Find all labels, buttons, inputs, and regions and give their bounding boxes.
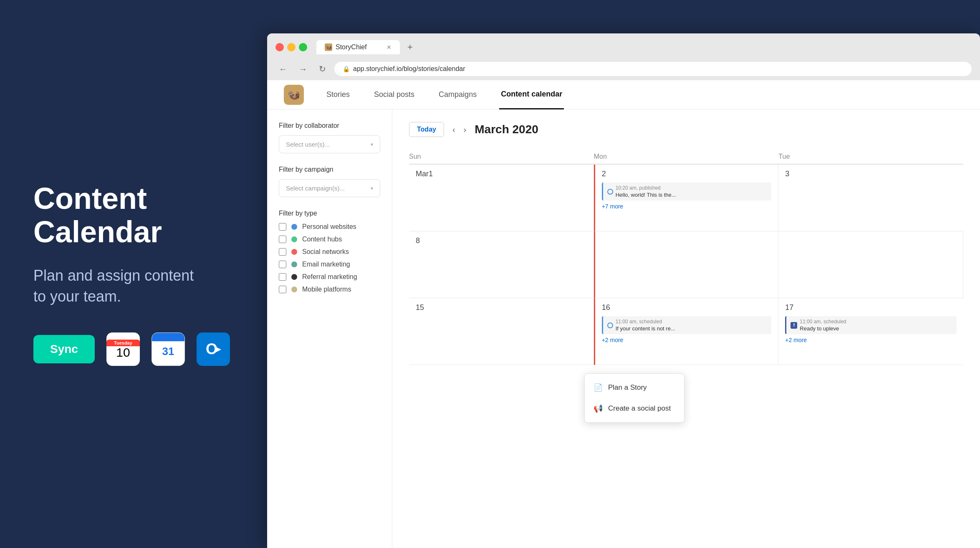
- event-content: 10:20 am, published Hello, world! This i…: [616, 185, 676, 198]
- app-logo: 🦦: [284, 85, 304, 105]
- url-text: app.storychief.io/blog/stories/calendar: [353, 65, 465, 73]
- mobile-platforms-checkbox[interactable]: [279, 286, 286, 293]
- google-day-num: 31: [162, 345, 174, 358]
- cal-cell-mar3[interactable]: 3: [778, 165, 963, 231]
- social-networks-label: Social networks: [302, 248, 349, 256]
- personal-websites-checkbox[interactable]: [279, 223, 286, 231]
- close-button[interactable]: [275, 43, 284, 51]
- outlook-icon[interactable]: O ▶: [197, 332, 230, 366]
- cal-cell-9[interactable]: [594, 231, 779, 298]
- email-marketing-checkbox[interactable]: [279, 261, 286, 268]
- nav-content-calendar[interactable]: Content calendar: [499, 80, 564, 109]
- main-area: Filter by collaborator Select user(s)...…: [267, 109, 980, 548]
- page-subtitle: Plan and assign contentto your team.: [33, 265, 234, 307]
- filter-type-list: Personal websites Content hubs Social ne…: [279, 223, 380, 293]
- browser-panel: 🦦 StoryChief ✕ + ← → ↻ 🔒 app.storychief.…: [267, 33, 980, 548]
- google-calendar-icon[interactable]: 31: [152, 332, 185, 366]
- filter-collaborator-select[interactable]: Select user(s)... ▾: [279, 135, 380, 153]
- forward-button[interactable]: →: [296, 63, 311, 76]
- today-button[interactable]: Today: [409, 122, 444, 137]
- left-panel: Content Calendar Plan and assign content…: [0, 0, 267, 548]
- email-marketing-label: Email marketing: [302, 261, 350, 268]
- filter-content-hubs[interactable]: Content hubs: [279, 236, 380, 243]
- cal-cell-8[interactable]: 8: [409, 231, 594, 298]
- browser-top-bar: 🦦 StoryChief ✕ +: [275, 40, 972, 54]
- event-content: 11:00 am, scheduled If your content is n…: [616, 319, 675, 332]
- event-text: Ready to upleve: [800, 325, 839, 332]
- filter-campaign-placeholder: Select campaign(s)...: [286, 185, 345, 192]
- address-bar-row: ← → ↻ 🔒 app.storychief.io/blog/stories/c…: [275, 58, 972, 80]
- tab-bar: 🦦 StoryChief ✕ +: [316, 40, 972, 54]
- personal-websites-label: Personal websites: [302, 223, 356, 231]
- more-link[interactable]: +7 more: [602, 203, 772, 210]
- cell-date: 16: [602, 303, 772, 312]
- action-dropdown: 📄 Plan a Story 📢 Create a social post: [584, 373, 684, 423]
- more-link-3[interactable]: +2 more: [785, 337, 957, 343]
- nav-stories[interactable]: Stories: [325, 80, 351, 109]
- cal-cell-mar2[interactable]: 2 10:20 am, published Hello, world! This…: [594, 165, 779, 231]
- event-item-fb[interactable]: f 11:00 am, scheduled Ready to upleve: [785, 316, 957, 334]
- day-headers: Sun Mon Tue: [409, 150, 963, 165]
- apple-day-num: 10: [116, 346, 130, 359]
- tab-close-icon[interactable]: ✕: [386, 44, 391, 51]
- megaphone-icon: 📢: [593, 404, 603, 413]
- event-dot-icon: [607, 189, 613, 195]
- refresh-button[interactable]: ↻: [316, 62, 329, 76]
- address-bar[interactable]: 🔒 app.storychief.io/blog/stories/calenda…: [334, 62, 972, 76]
- new-tab-button[interactable]: +: [403, 40, 417, 54]
- cal-cell-10[interactable]: [778, 231, 963, 298]
- create-social-post-item[interactable]: 📢 Create a social post: [585, 398, 684, 419]
- plan-story-item[interactable]: 📄 Plan a Story: [585, 377, 684, 398]
- calendar-row-1: Mar1 2 10:20 am, published Hello, world!…: [409, 165, 963, 231]
- filter-email-marketing[interactable]: Email marketing: [279, 261, 380, 268]
- cell-date: 2: [602, 170, 772, 178]
- filter-campaign-select[interactable]: Select campaign(s)... ▾: [279, 179, 380, 197]
- content-hubs-dot: [291, 236, 297, 242]
- more-link-2[interactable]: +2 more: [602, 337, 772, 343]
- personal-websites-dot: [291, 224, 297, 230]
- app-content: 🦦 Stories Social posts Campaigns Content…: [267, 80, 980, 548]
- cell-date: 3: [785, 170, 957, 178]
- filter-type-section: Filter by type Personal websites Content…: [279, 210, 380, 293]
- cell-date: 17: [785, 303, 957, 312]
- cal-cell-15[interactable]: 15: [409, 298, 594, 365]
- maximize-button[interactable]: [299, 43, 307, 51]
- cal-cell-mar1[interactable]: Mar1: [409, 165, 594, 231]
- next-month-button[interactable]: ›: [464, 125, 467, 134]
- content-hubs-checkbox[interactable]: [279, 236, 286, 243]
- event-item[interactable]: 10:20 am, published Hello, world! This i…: [602, 183, 772, 200]
- plan-story-label: Plan a Story: [608, 383, 647, 392]
- chevron-down-icon: ▾: [371, 142, 373, 147]
- filter-collaborator-placeholder: Select user(s)...: [286, 141, 330, 148]
- cal-cell-17[interactable]: 17 f 11:00 am, scheduled Ready to upleve…: [778, 298, 963, 365]
- apple-calendar-icon[interactable]: Tuesday 10: [106, 332, 140, 366]
- browser-tab[interactable]: 🦦 StoryChief ✕: [316, 40, 400, 54]
- minimize-button[interactable]: [287, 43, 296, 51]
- integrations-row: Sync Tuesday 10 31 O ▶: [33, 332, 234, 366]
- prev-month-button[interactable]: ‹: [452, 125, 455, 134]
- sync-button[interactable]: Sync: [33, 335, 95, 363]
- day-header-sun: Sun: [409, 150, 594, 164]
- calendar-header: Today ‹ › March 2020: [409, 122, 963, 137]
- back-button[interactable]: ←: [275, 63, 290, 76]
- filter-mobile-platforms[interactable]: Mobile platforms: [279, 286, 380, 293]
- filter-personal-websites[interactable]: Personal websites: [279, 223, 380, 231]
- social-networks-checkbox[interactable]: [279, 248, 286, 256]
- cal-cell-16[interactable]: 16 11:00 am, scheduled If your content i…: [594, 298, 779, 365]
- event-item[interactable]: 11:00 am, scheduled If your content is n…: [602, 316, 772, 334]
- create-social-post-label: Create a social post: [608, 404, 671, 413]
- sidebar: Filter by collaborator Select user(s)...…: [267, 109, 392, 548]
- nav-social-posts[interactable]: Social posts: [372, 80, 416, 109]
- nav-campaigns[interactable]: Campaigns: [437, 80, 478, 109]
- mobile-platforms-label: Mobile platforms: [302, 286, 351, 293]
- tab-favicon: 🦦: [325, 43, 332, 51]
- mobile-platforms-dot: [291, 287, 297, 292]
- calendar-area: Today ‹ › March 2020 Sun Mon Tue Mar1: [392, 109, 980, 548]
- cell-date: 8: [416, 236, 587, 245]
- referral-marketing-checkbox[interactable]: [279, 273, 286, 281]
- outlook-arrow: ▶: [215, 345, 221, 354]
- filter-referral-marketing[interactable]: Referral marketing: [279, 273, 380, 281]
- event-dot-icon: [607, 322, 613, 328]
- app-nav: 🦦 Stories Social posts Campaigns Content…: [267, 80, 980, 109]
- filter-social-networks[interactable]: Social networks: [279, 248, 380, 256]
